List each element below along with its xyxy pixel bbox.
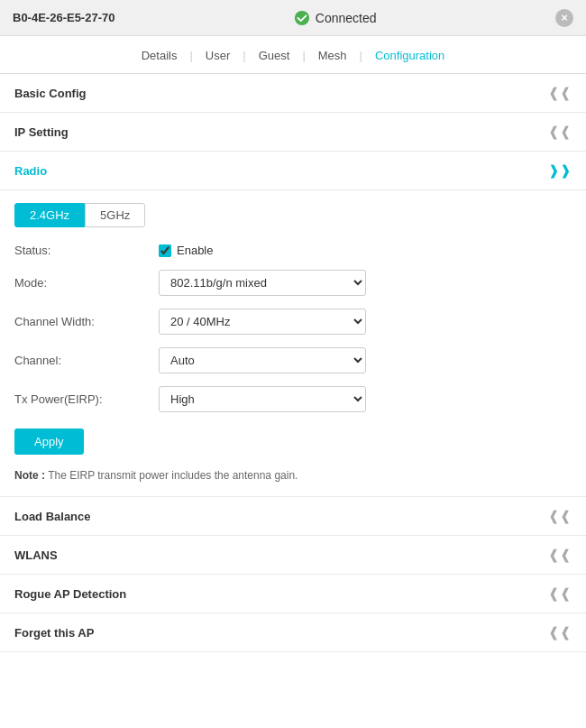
ip-setting-title: IP Setting <box>14 125 69 139</box>
nav-tabs: Details | User | Guest | Mesh | Configur… <box>0 36 586 74</box>
tx-power-row: Tx Power(EIRP): High Medium Low <box>14 386 572 412</box>
svg-point-0 <box>295 10 309 24</box>
wlans-section[interactable]: WLANS ❰❰ <box>0 536 586 575</box>
note-label: Note : <box>14 469 45 482</box>
enable-checkbox[interactable] <box>159 244 171 257</box>
load-balance-chevron: ❰❰ <box>548 508 572 524</box>
status-row: Status: Enable <box>14 244 572 257</box>
basic-config-title: Basic Config <box>14 87 86 100</box>
ip-setting-chevron: ❰❰ <box>548 124 572 140</box>
channel-width-select[interactable]: 20 / 40MHz 20MHz 40MHz <box>159 309 366 335</box>
enable-label: Enable <box>177 244 213 257</box>
wlans-title: WLANS <box>14 548 58 562</box>
ip-setting-section[interactable]: IP Setting ❰❰ <box>0 113 586 152</box>
basic-config-chevron: ❰❰ <box>548 85 572 101</box>
band-tabs: 2.4GHz 5GHz <box>14 203 572 227</box>
tab-guest[interactable]: Guest <box>246 45 303 66</box>
band-tab-2ghz[interactable]: 2.4GHz <box>14 203 85 227</box>
band-tab-5ghz[interactable]: 5GHz <box>85 203 145 227</box>
connection-status: Connected <box>294 10 377 26</box>
note-content: The EIRP transmit power includes the ant… <box>48 469 298 482</box>
channel-row: Channel: Auto 1234 5678 91011 <box>14 347 572 373</box>
mode-select[interactable]: 802.11b/g/n mixed 802.11b only 802.11g o… <box>159 270 366 296</box>
wlans-chevron: ❰❰ <box>548 547 572 563</box>
mode-row: Mode: 802.11b/g/n mixed 802.11b only 802… <box>14 270 572 296</box>
channel-width-label: Channel Width: <box>14 315 159 328</box>
mac-address: B0-4E-26-E5-27-70 <box>13 11 114 24</box>
tab-details[interactable]: Details <box>129 45 190 66</box>
tx-power-select[interactable]: High Medium Low <box>159 386 366 412</box>
status-text: Connected <box>316 11 377 25</box>
forget-ap-chevron: ❰❰ <box>548 624 572 640</box>
apply-button[interactable]: Apply <box>14 429 84 455</box>
rogue-ap-title: Rogue AP Detection <box>14 587 126 601</box>
enable-checkbox-group: Enable <box>159 244 213 257</box>
radio-section-header[interactable]: Radio ❱❱ <box>0 152 586 190</box>
tx-power-label: Tx Power(EIRP): <box>14 392 159 406</box>
channel-width-value: 20 / 40MHz 20MHz 40MHz <box>159 309 366 335</box>
radio-title: Radio <box>14 164 47 178</box>
tx-power-value: High Medium Low <box>159 386 366 412</box>
forget-ap-title: Forget this AP <box>14 626 94 640</box>
basic-config-section[interactable]: Basic Config ❰❰ <box>0 74 586 113</box>
radio-chevron: ❱❱ <box>548 162 572 179</box>
load-balance-title: Load Balance <box>14 510 91 523</box>
radio-content: 2.4GHz 5GHz Status: Enable Mode: 802.11b… <box>0 190 586 497</box>
mode-value: 802.11b/g/n mixed 802.11b only 802.11g o… <box>159 270 366 296</box>
connected-icon <box>294 10 310 26</box>
note-area: Note : The EIRP transmit power includes … <box>14 469 572 482</box>
load-balance-section[interactable]: Load Balance ❰❰ <box>0 497 586 536</box>
tab-mesh[interactable]: Mesh <box>306 45 360 66</box>
close-button[interactable]: × <box>555 9 573 27</box>
status-label: Status: <box>14 244 159 257</box>
channel-label: Channel: <box>14 354 159 367</box>
tab-configuration[interactable]: Configuration <box>362 45 457 66</box>
tab-user[interactable]: User <box>193 45 243 66</box>
rogue-ap-chevron: ❰❰ <box>548 585 572 602</box>
rogue-ap-section[interactable]: Rogue AP Detection ❰❰ <box>0 575 586 613</box>
forget-ap-section[interactable]: Forget this AP ❰❰ <box>0 613 586 652</box>
channel-select[interactable]: Auto 1234 5678 91011 <box>159 347 366 373</box>
mode-label: Mode: <box>14 276 159 290</box>
channel-width-row: Channel Width: 20 / 40MHz 20MHz 40MHz <box>14 309 572 335</box>
channel-value: Auto 1234 5678 91011 <box>159 347 366 373</box>
header: B0-4E-26-E5-27-70 Connected × <box>0 0 586 36</box>
